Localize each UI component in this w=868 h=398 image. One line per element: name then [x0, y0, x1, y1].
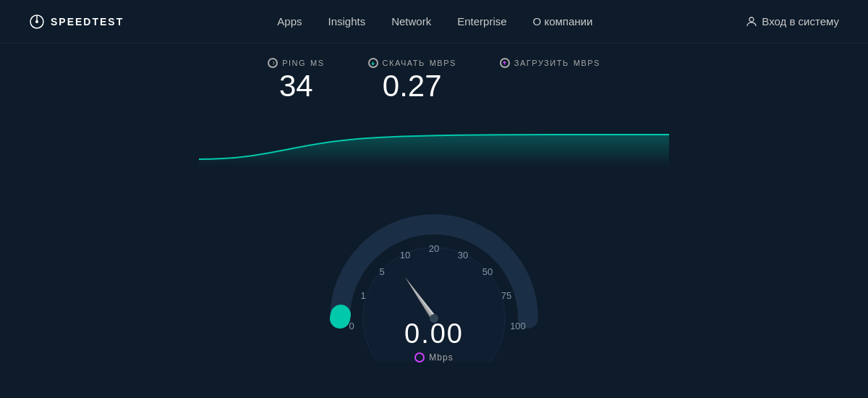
logo[interactable]: SPEEDTEST	[29, 14, 124, 30]
ping-stat: PING ms 34	[268, 58, 324, 101]
upload-label: ЗАГРУЗИТЬ Mbps	[500, 58, 600, 68]
download-stat: СКАЧАТЬ Mbps 0.27	[368, 58, 456, 101]
nav-apps[interactable]: Apps	[277, 15, 302, 27]
svg-point-2	[749, 17, 754, 22]
svg-point-1	[35, 20, 38, 23]
ping-dot	[268, 58, 278, 68]
navbar: SPEEDTEST Apps Insights Network Enterpri…	[0, 0, 868, 43]
ping-icon	[271, 61, 275, 65]
logo-icon	[29, 14, 45, 30]
speedometer-wrapper: 0 1 5 10 20 30 50 75 100 0.00	[311, 159, 557, 363]
main-content: PING ms 34 СКАЧАТЬ Mbps 0.27	[0, 43, 868, 363]
svg-text:1: 1	[360, 290, 365, 301]
download-label: СКАЧАТЬ Mbps	[368, 58, 456, 68]
user-icon	[746, 16, 757, 27]
logo-text: SPEEDTEST	[51, 16, 124, 27]
speed-unit-label: Mbps	[429, 352, 453, 363]
svg-text:75: 75	[501, 290, 511, 301]
nav-links: Apps Insights Network Enterprise О компа…	[277, 15, 592, 27]
svg-text:100: 100	[510, 321, 526, 331]
nav-right: Вход в систему	[746, 15, 839, 27]
login-button[interactable]: Вход в систему	[746, 15, 839, 27]
upload-dot	[500, 58, 510, 68]
speed-chart	[199, 109, 669, 166]
svg-text:50: 50	[482, 266, 493, 277]
ping-value: 34	[279, 71, 313, 101]
svg-text:30: 30	[458, 250, 468, 261]
speed-unit: Mbps	[414, 352, 453, 363]
upload-stat: ЗАГРУЗИТЬ Mbps	[500, 58, 600, 71]
svg-text:20: 20	[429, 243, 439, 254]
upload-unit-dot	[414, 352, 425, 363]
download-icon	[370, 61, 375, 66]
nav-insights[interactable]: Insights	[328, 15, 365, 27]
nav-enterprise[interactable]: Enterprise	[457, 15, 506, 27]
stats-row: PING ms 34 СКАЧАТЬ Mbps 0.27	[268, 58, 600, 101]
svg-text:5: 5	[379, 266, 384, 277]
login-label: Вход в систему	[762, 15, 839, 27]
download-value: 0.27	[383, 71, 442, 101]
chart-svg	[199, 109, 669, 166]
upload-icon	[502, 61, 507, 66]
ping-label: PING ms	[268, 58, 324, 68]
svg-text:0: 0	[349, 321, 354, 331]
nav-about[interactable]: О компании	[533, 15, 593, 27]
download-dot	[368, 58, 378, 68]
nav-network[interactable]: Network	[391, 15, 431, 27]
svg-text:10: 10	[400, 250, 410, 261]
speed-value: 0.00	[404, 318, 464, 350]
